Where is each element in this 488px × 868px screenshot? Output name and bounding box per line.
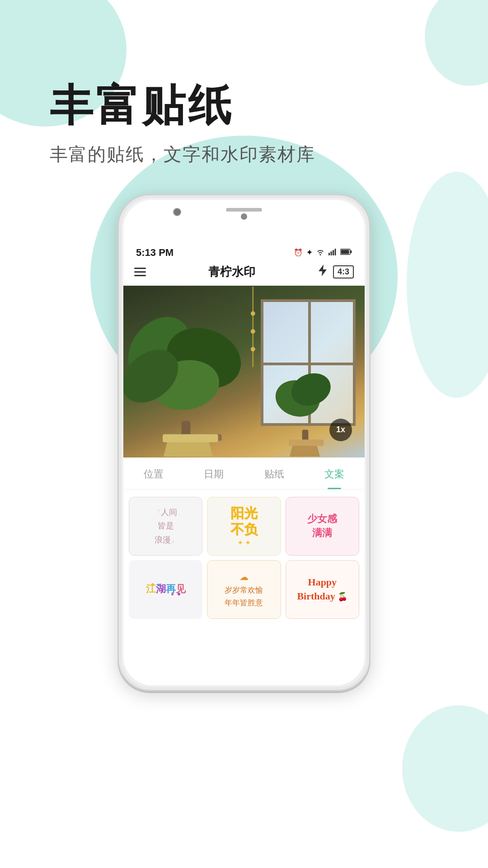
top-camera-area: [226, 208, 262, 220]
tab-date[interactable]: 日期: [184, 465, 244, 484]
selfie-camera-dot: [241, 213, 247, 220]
sticker-item-5[interactable]: ☁ 岁岁常欢愉年年皆胜意: [207, 560, 281, 619]
sticker-item-1[interactable]: 「人间皆是浪漫」: [129, 497, 202, 556]
svg-rect-2: [333, 250, 334, 255]
sticker-item-2[interactable]: 阳光不负 ✦ ✦: [207, 497, 281, 556]
category-tabs: 位置 日期 贴纸 文案: [123, 458, 365, 490]
sticker-item-6[interactable]: HappyBirthday 🍒: [286, 560, 359, 619]
menu-button[interactable]: [134, 268, 146, 276]
alarm-icon: ⏰: [294, 248, 303, 257]
svg-rect-3: [335, 249, 336, 255]
bottom-panel: 位置 日期 贴纸 文案: [123, 458, 365, 626]
svg-rect-6: [341, 250, 349, 254]
svg-rect-19: [289, 439, 324, 446]
svg-rect-5: [351, 250, 352, 253]
flash-icon[interactable]: [318, 264, 328, 279]
zoom-badge[interactable]: 1x: [329, 419, 352, 441]
menu-bar-2: [134, 271, 146, 273]
wifi-icon: [316, 248, 325, 257]
hero-section: 丰富贴纸 丰富的贴纸，文字和水印素材库: [0, 0, 488, 167]
phone-frame: 5:13 PM ⏰ ✦: [117, 194, 371, 691]
bluetooth-icon: ✦: [306, 248, 312, 257]
svg-point-22: [251, 329, 255, 334]
blob-decoration-bottom-right: [402, 705, 488, 832]
app-title: 青柠水印: [208, 264, 255, 280]
tab-sticker[interactable]: 贴纸: [244, 465, 305, 484]
phone-mockup: 5:13 PM ⏰ ✦: [0, 194, 488, 691]
svg-rect-0: [328, 253, 330, 255]
svg-point-23: [251, 347, 255, 351]
tab-text[interactable]: 文案: [305, 465, 365, 484]
svg-rect-15: [163, 434, 218, 442]
header-right-controls: 4:3: [318, 264, 354, 279]
hero-subtitle: 丰富的贴纸，文字和水印素材库: [50, 142, 488, 167]
hero-title: 丰富贴纸: [50, 81, 488, 129]
ratio-badge[interactable]: 4:3: [333, 265, 354, 278]
plant-illustration: [123, 286, 365, 458]
sticker-item-4[interactable]: 江湖再见: [129, 560, 202, 619]
sticker-grid: 「人间皆是浪漫」 阳光不负 ✦ ✦: [123, 490, 365, 626]
status-bar: 5:13 PM ⏰ ✦: [123, 241, 365, 259]
menu-bar-3: [134, 275, 146, 276]
speaker-bar: [226, 208, 262, 212]
tab-location[interactable]: 位置: [123, 465, 184, 484]
svg-marker-7: [319, 264, 327, 276]
phone-screen: 5:13 PM ⏰ ✦: [123, 200, 365, 685]
sticker-item-3[interactable]: 少女感满满: [286, 497, 359, 556]
svg-point-21: [251, 311, 255, 316]
app-header: 青柠水印 4:3: [123, 259, 365, 286]
front-camera-icon: [173, 208, 181, 216]
battery-icon: [340, 249, 352, 257]
menu-bar-1: [134, 268, 146, 269]
status-time: 5:13 PM: [136, 247, 174, 259]
phone-notch: [123, 200, 365, 241]
status-icons: ⏰ ✦: [294, 248, 352, 257]
svg-rect-1: [331, 251, 332, 255]
photo-area: 1x: [123, 286, 365, 458]
signal-icon: [328, 248, 337, 257]
